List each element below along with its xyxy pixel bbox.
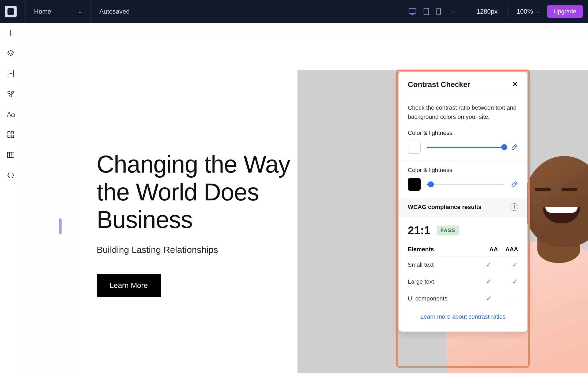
element-name: Large text (408, 278, 434, 285)
svg-rect-17 (8, 135, 10, 138)
eyedropper-icon[interactable] (511, 181, 518, 188)
left-tool-rail (0, 23, 21, 373)
foreground-lightness-slider[interactable] (427, 147, 504, 148)
app-logo[interactable] (5, 6, 17, 17)
check-icon: ✓ (486, 261, 492, 269)
add-icon[interactable] (6, 28, 15, 37)
page-name: Home (34, 8, 51, 15)
upgrade-button[interactable]: Upgrade (547, 5, 583, 18)
compliance-row: UI components✓— (408, 290, 518, 307)
contrast-ratio-value: 21:1 (408, 224, 430, 237)
check-icon: ✓ (486, 277, 492, 286)
contrast-description: Check the contrast ratio between text an… (408, 103, 518, 121)
divider (91, 0, 91, 23)
mobile-icon[interactable] (436, 8, 441, 15)
compliance-row: Small text✓✓ (408, 256, 518, 273)
apps-icon[interactable] (6, 130, 15, 139)
eyedropper-icon[interactable] (511, 143, 518, 151)
svg-point-11 (10, 95, 12, 97)
code-icon[interactable] (6, 171, 15, 180)
close-icon[interactable] (512, 80, 518, 89)
pass-badge: PASS (437, 226, 459, 235)
compliance-row: Large text✓✓ (408, 273, 518, 290)
chevron-down-icon: ⌄ (536, 9, 539, 14)
wcag-results-header: WCAG compliance results (408, 204, 481, 211)
save-status: Autosaved (99, 8, 130, 15)
text-styles-icon[interactable] (6, 110, 15, 119)
learn-more-link[interactable]: Learn more about contrast ratios (408, 307, 518, 328)
page-selector[interactable]: Home ⌄ (34, 8, 82, 15)
svg-line-12 (9, 93, 10, 95)
background-lightness-slider[interactable] (427, 184, 504, 185)
contrast-checker-title: Contrast Checker (408, 80, 470, 89)
check-icon: ✓ (486, 294, 492, 303)
learn-more-button[interactable]: Learn More (97, 274, 161, 297)
check-icon: ✓ (512, 261, 518, 269)
svg-rect-19 (7, 152, 14, 158)
svg-point-14 (12, 114, 15, 117)
canvas-area: Desktop (Primary) Changing the Way the W… (21, 23, 588, 373)
device-breakpoint-group: ··· (408, 8, 466, 15)
breakpoint-width[interactable]: 1280px (466, 8, 508, 15)
svg-rect-2 (424, 8, 429, 15)
element-name: UI components (408, 295, 447, 302)
dash-icon: — (511, 294, 518, 303)
svg-rect-3 (437, 8, 440, 15)
page-icon[interactable] (6, 69, 15, 78)
svg-marker-6 (7, 50, 14, 54)
hero-text-column: Changing the Way the World Does Business… (75, 70, 297, 373)
svg-rect-18 (11, 135, 14, 138)
layers-icon[interactable] (6, 49, 15, 58)
info-icon[interactable]: i (511, 203, 518, 211)
color-lightness-label-1: Color & lightness (408, 130, 518, 136)
color-lightness-label-2: Color & lightness (408, 167, 518, 174)
cms-icon[interactable] (6, 89, 15, 98)
zoom-value: 100% (517, 8, 533, 15)
check-icon: ✓ (512, 277, 518, 286)
background-color-swatch[interactable] (408, 178, 421, 191)
tablet-icon[interactable] (423, 8, 429, 15)
elements-column-header: Elements (408, 246, 434, 253)
aa-column-header: AA (489, 246, 498, 253)
foreground-color-swatch[interactable] (408, 141, 421, 154)
chevron-down-icon: ⌄ (78, 9, 82, 14)
svg-rect-16 (11, 132, 14, 134)
more-breakpoints-icon[interactable]: ··· (448, 8, 455, 15)
svg-rect-0 (409, 9, 416, 13)
contrast-checker-panel: Contrast Checker Check the contrast rati… (398, 72, 527, 332)
desktop-icon[interactable] (408, 8, 416, 15)
svg-rect-15 (8, 132, 10, 134)
svg-line-13 (11, 93, 12, 95)
divider (25, 0, 25, 23)
hero-subtitle[interactable]: Building Lasting Relationships (97, 245, 297, 255)
element-name: Small text (408, 261, 434, 268)
zoom-selector[interactable]: 100% ⌄ (508, 8, 547, 15)
data-icon[interactable] (6, 150, 15, 159)
section-indicator[interactable] (59, 218, 62, 234)
hero-title[interactable]: Changing the Way the World Does Business (97, 151, 297, 234)
top-toolbar: Home ⌄ Autosaved ··· 1280px 100% ⌄ Upgra… (0, 0, 588, 23)
aaa-column-header: AAA (505, 246, 518, 253)
